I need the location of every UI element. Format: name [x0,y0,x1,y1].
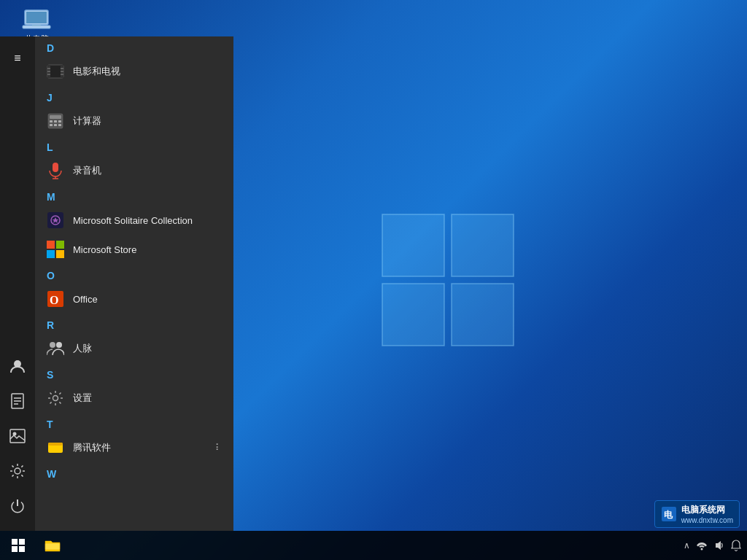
sound-icon[interactable] [713,540,725,551]
svg-rect-33 [53,163,58,172]
app-item-people[interactable]: 人脉 [35,334,233,363]
svg-point-54 [701,548,703,551]
app-item-settings[interactable]: 设置 [35,384,233,413]
file-explorer-taskbar[interactable] [36,531,69,560]
start-menu: ≡ [0,36,233,531]
tencent-label: 腾讯软件 [73,441,111,454]
svg-rect-49 [12,539,18,545]
settings-label: 设置 [73,392,92,405]
svg-rect-29 [58,120,61,122]
settings-icon [47,389,64,407]
calculator-icon [47,112,64,130]
svg-rect-32 [58,124,61,126]
svg-text:电: 电 [664,510,673,520]
network-icon[interactable] [696,540,708,551]
svg-rect-39 [56,241,64,249]
section-letter-r: R [35,314,233,334]
app-item-recorder[interactable]: 录音机 [35,156,233,185]
watermark: 电 电脑系统网 www.dnxtw.com [654,500,740,528]
office-label: Office [73,294,98,305]
svg-rect-48 [48,443,63,446]
windows-logo-desktop [375,207,521,353]
section-letter-t: T [35,413,233,433]
svg-rect-40 [47,250,55,258]
svg-rect-2 [382,284,444,346]
section-letter-j: J [35,86,233,106]
svg-rect-41 [56,250,64,258]
section-letter-o: O [35,264,233,284]
user-account-button[interactable] [0,350,35,382]
app-item-store[interactable]: Microsoft Store [35,235,233,264]
solitaire-icon [47,211,64,229]
section-letter-l: L [35,136,233,156]
recorder-label: 录音机 [73,164,101,177]
start-sidebar: ≡ [0,36,35,531]
movies-icon [47,63,64,80]
app-item-solitaire[interactable]: Microsoft Solitaire Collection [35,206,233,235]
office-icon: O [47,290,64,308]
svg-rect-53 [45,543,60,550]
watermark-main-text: 电脑系统网 [681,504,733,516]
store-label: Microsoft Store [73,244,136,255]
svg-point-44 [50,342,55,348]
people-icon [47,340,64,357]
tencent-expand-arrow: ⠇ [215,443,222,453]
svg-rect-3 [452,284,514,346]
section-letter-w: W [35,462,233,483]
svg-rect-27 [50,120,53,122]
svg-rect-28 [54,120,57,122]
hamburger-icon: ≡ [14,52,20,65]
documents-button[interactable] [0,385,35,417]
svg-point-15 [15,468,20,474]
svg-rect-50 [19,539,25,545]
app-item-movies[interactable]: 电影和电视 [35,57,233,86]
movies-label: 电影和电视 [73,65,120,78]
settings-sidebar-button[interactable] [0,455,35,487]
app-item-office[interactable]: O Office [35,284,233,314]
calculator-label: 计算器 [73,114,101,128]
taskbar: ∧ [0,531,747,560]
svg-point-45 [56,342,62,348]
people-label: 人脉 [73,342,92,355]
power-button[interactable] [0,490,35,522]
section-letter-d: D [35,36,233,57]
app-item-calculator[interactable]: 计算器 [35,106,233,136]
app-item-tencent[interactable]: 腾讯软件 ⠇ [35,433,233,462]
svg-rect-38 [47,241,55,249]
svg-rect-5 [26,12,47,23]
hamburger-menu-button[interactable]: ≡ [0,42,35,74]
watermark-logo-icon: 电 [661,506,677,522]
notification-icon[interactable] [731,540,741,551]
section-letter-m: M [35,185,233,206]
app-list: D 电影和电视 [35,36,233,531]
taskbar-tray: ∧ [684,540,747,551]
svg-rect-51 [12,546,18,552]
section-letter-s: S [35,363,233,384]
photos-button[interactable] [0,420,35,452]
solitaire-label: Microsoft Solitaire Collection [73,215,193,226]
svg-rect-30 [50,124,53,126]
desktop: 此电脑 ≡ [0,0,747,560]
svg-rect-0 [382,214,444,276]
svg-point-46 [53,396,58,401]
start-button[interactable] [0,531,36,560]
svg-rect-52 [19,546,25,552]
store-icon [47,241,64,258]
watermark-sub-text: www.dnxtw.com [681,516,733,524]
tencent-icon [47,439,64,456]
svg-rect-26 [50,115,61,119]
tray-chevron[interactable]: ∧ [684,540,690,551]
svg-rect-31 [54,124,57,126]
recorder-icon [47,162,64,179]
svg-rect-1 [452,214,514,276]
this-pc-icon-image [22,7,51,31]
svg-text:O: O [50,294,58,306]
svg-rect-7 [32,25,41,26]
